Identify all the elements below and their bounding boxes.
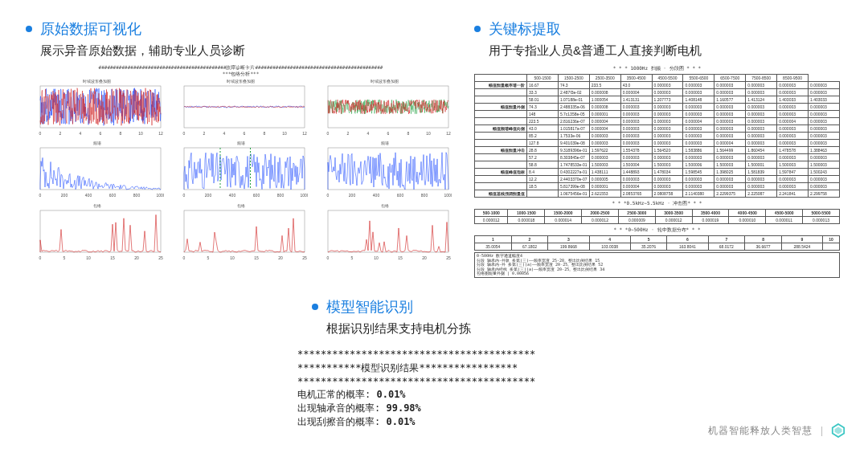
svg-text:10: 10 [230,255,235,260]
prob-normal-label: 电机正常的概率: [297,389,376,400]
prob-bearing: 出现轴承音的概率: 99.98% [297,402,595,415]
model-result-block: ****************************************… [297,348,595,429]
prob-bearing-value: 99.98% [386,402,420,414]
svg-text:0: 0 [39,193,42,198]
svg-text:0: 0 [183,131,186,136]
svg-text:0: 0 [327,131,330,136]
mini-chart: 时域波形叠加图 024681012 [170,78,312,138]
mini-chart-title: 频谱 [313,141,456,145]
svg-text:0: 0 [183,255,186,260]
section-header-right: 关键标提取 [474,19,840,39]
charts-header-2: ***包络分析*** [26,71,456,76]
svg-text:600: 600 [397,193,404,198]
star-line: ****************************************… [297,348,595,361]
star-line: ***********模型识别结果***************** [297,361,595,375]
svg-text:10: 10 [86,255,91,260]
bullet-icon [312,304,318,310]
charts-header-1: ########################################… [26,65,456,70]
svg-text:4: 4 [223,131,226,136]
svg-text:2: 2 [59,131,62,136]
mini-chart-title: 频谱 [26,141,168,145]
svg-text:5: 5 [63,255,66,260]
prob-bearing-label: 出现轴承音的概率: [297,402,386,414]
svg-text:200: 200 [349,193,356,198]
svg-text:4: 4 [367,131,370,136]
svg-text:0: 0 [327,255,330,260]
prob-normal-value: 0.01% [376,389,405,400]
mini-chart-title: 包络 [26,203,168,208]
prob-scrape: 出现刮擦音的概率: 0.01% [297,415,595,429]
svg-text:8: 8 [407,131,410,136]
svg-text:15: 15 [110,255,115,260]
mini-chart: 频谱 02004006008001000 [170,140,312,200]
svg-text:2: 2 [347,131,350,136]
svg-text:2: 2 [203,131,206,136]
svg-text:25: 25 [446,255,451,260]
svg-text:600: 600 [253,193,260,198]
mini-chart-title: 时域波形叠加图 [170,79,312,84]
svg-text:0: 0 [39,255,42,260]
section-title-left: 原始数据可视化 [40,19,141,39]
mini-chart-title: 频谱 [170,141,312,145]
mini-chart: 频谱 02004006008001000 [313,140,456,200]
svg-rect-61 [328,210,448,252]
svg-text:4: 4 [80,131,82,136]
mini-chart: 时域波形叠加图 024681012 [26,78,168,138]
mini-chart: 包络 0510152025 [313,202,456,263]
notes-block: 0-500Hz 数字通道幅度4分段 轴承内-外轨 多第(三)——频率宽度 25-… [474,252,840,278]
env-header-line: * * *0~500Hz · 轮中数据分布* * * [474,227,840,234]
svg-text:5: 5 [207,255,210,260]
feature-table-panel: * * * 1000Hz 扫频 · 分段图 * * * 500-15001500… [474,65,840,278]
svg-rect-31 [184,148,305,190]
svg-text:5: 5 [351,255,354,260]
svg-text:10: 10 [282,131,287,136]
svg-text:0: 0 [183,193,186,198]
svg-text:200: 200 [205,193,212,198]
svg-rect-54 [184,210,305,252]
bullet-icon [26,26,32,32]
mini-chart: 时域波形叠加图 024681012 [313,78,456,138]
svg-text:800: 800 [133,193,141,198]
mini-chart-title: 时域波形叠加图 [26,79,168,84]
star-line: ****************************************… [297,375,595,389]
svg-text:8: 8 [264,131,266,136]
svg-text:15: 15 [398,255,403,260]
svg-text:1000: 1000 [300,193,308,198]
svg-text:600: 600 [109,193,117,198]
svg-text:6: 6 [387,131,390,136]
svg-text:12: 12 [302,131,307,136]
svg-text:20: 20 [134,255,139,260]
prob-scrape-label: 出现刮擦音的概率: [297,416,386,427]
svg-text:12: 12 [446,131,451,136]
svg-text:400: 400 [373,193,380,198]
mini-chart-title: 包络 [170,203,312,208]
svg-text:1000: 1000 [156,193,164,198]
svg-text:10: 10 [374,255,379,260]
bullet-icon [474,26,481,32]
table-header-line: * * * 1000Hz 扫频 · 分段图 * * * [474,65,840,72]
svg-text:800: 800 [277,193,285,198]
section-title-right: 关键标提取 [489,19,561,39]
feature-table: 500-15001500-25002500-35003500-45004500-… [474,74,840,198]
prob-normal: 电机正常的概率: 0.01% [297,388,595,402]
svg-rect-24 [40,148,161,190]
logo-icon [831,423,845,438]
svg-text:0: 0 [39,131,42,136]
footer-separator: | [821,425,823,436]
section-subtitle-bottom: 根据识别结果支持电机分拣 [297,321,595,337]
raw-data-charts-panel: ########################################… [26,65,456,263]
svg-text:6: 6 [100,131,102,136]
section-header-left: 原始数据可视化 [26,19,456,39]
svg-text:6: 6 [244,131,246,136]
svg-text:8: 8 [120,131,122,136]
mini-chart: 频谱 02004006008001000 [26,140,168,200]
svg-marker-69 [835,427,842,435]
svg-rect-47 [40,210,161,252]
footer-tagline: 机器智能释放人类智慧 [708,424,813,438]
svg-text:20: 20 [278,255,283,260]
mini-chart-title: 包络 [313,203,456,208]
svg-text:800: 800 [421,193,428,198]
footer-branding: 机器智能释放人类智慧 | [708,423,845,438]
section-header-bottom: 模型智能识别 [312,297,595,316]
svg-text:1000: 1000 [444,193,452,198]
